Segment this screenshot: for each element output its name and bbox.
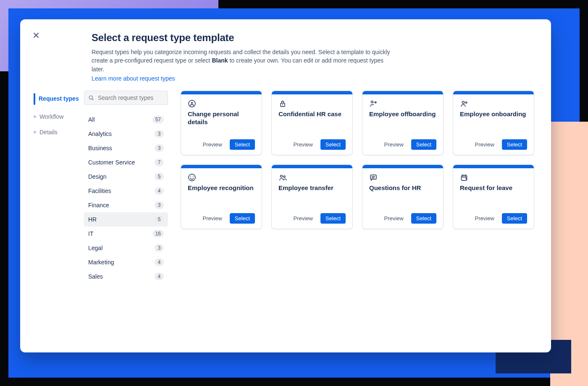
card-title: Employee onboarding [460, 110, 527, 118]
preview-button[interactable]: Preview [200, 141, 225, 148]
search-field[interactable] [84, 91, 168, 105]
category-count-badge: 4 [155, 187, 164, 195]
category-count-badge: 5 [155, 216, 164, 223]
select-button[interactable]: Select [411, 213, 436, 224]
card-title: Confidential HR case [278, 110, 346, 118]
category-label: Customer Service [88, 159, 135, 166]
preview-button[interactable]: Preview [382, 215, 406, 222]
category-business[interactable]: Business3 [84, 141, 168, 155]
card-actions: PreviewSelect [278, 139, 346, 150]
chat-icon [369, 173, 436, 183]
category-hr[interactable]: HR5 [84, 212, 168, 227]
category-label: Design [88, 173, 107, 180]
modal-panel: Select a request type template Request t… [20, 19, 551, 352]
page-description: Request types help you categorize incomi… [92, 48, 394, 73]
close-button[interactable] [32, 31, 40, 39]
category-count-badge: 4 [155, 273, 164, 280]
category-count-badge: 5 [155, 173, 164, 180]
category-all[interactable]: All57 [84, 112, 168, 127]
card-actions: PreviewSelect [460, 139, 527, 150]
modal-header: Select a request type template Request t… [92, 31, 394, 82]
category-label: All [88, 116, 95, 123]
card-title: Employee offboarding [369, 110, 436, 118]
category-label: HR [88, 216, 97, 223]
tab-label: Request types [39, 95, 79, 102]
card-title: Employee recognition [188, 184, 255, 192]
category-count-badge: 3 [155, 144, 164, 152]
category-label: Analytics [88, 130, 112, 137]
select-button[interactable]: Select [502, 213, 527, 224]
template-card: Employee transferPreviewSelect [271, 164, 353, 229]
category-count-badge: 3 [155, 201, 164, 209]
template-card: Employee onboardingPreviewSelect [453, 91, 534, 155]
tab-dot [34, 115, 36, 118]
category-label: Marketing [88, 259, 114, 266]
search-icon [88, 94, 94, 101]
tab-details[interactable]: Details [33, 127, 80, 138]
category-design[interactable]: Design5 [84, 170, 168, 184]
category-label: Facilities [88, 188, 111, 194]
people-icon [278, 173, 346, 183]
template-card: Questions for HRPreviewSelect [362, 164, 444, 229]
category-finance[interactable]: Finance3 [84, 198, 168, 212]
preview-button[interactable]: Preview [200, 215, 225, 222]
tab-label: Workflow [39, 113, 63, 120]
select-button[interactable]: Select [320, 213, 346, 224]
close-icon [33, 32, 39, 38]
select-button[interactable]: Select [502, 139, 527, 150]
card-actions: PreviewSelect [369, 139, 436, 150]
template-card: Employee recognitionPreviewSelect [181, 164, 262, 229]
preview-button[interactable]: Preview [291, 215, 315, 222]
learn-more-link[interactable]: Learn more about request types [92, 75, 175, 82]
category-count-badge: 3 [155, 244, 164, 252]
card-accent-stripe [362, 91, 443, 94]
category-it[interactable]: IT16 [84, 227, 168, 241]
card-actions: PreviewSelect [188, 213, 255, 224]
card-actions: PreviewSelect [278, 213, 346, 224]
preview-button[interactable]: Preview [472, 215, 497, 222]
card-accent-stripe [453, 91, 534, 94]
search-input[interactable] [97, 94, 164, 102]
select-button[interactable]: Select [230, 139, 255, 150]
card-accent-stripe [362, 165, 443, 168]
tab-label: Details [39, 129, 58, 136]
category-legal[interactable]: Legal3 [84, 241, 168, 255]
category-column: All57Analytics3Business3Customer Service… [80, 91, 176, 344]
page-title: Select a request type template [92, 32, 394, 44]
category-label: Sales [88, 273, 103, 280]
select-button[interactable]: Select [320, 139, 346, 150]
category-list: All57Analytics3Business3Customer Service… [84, 112, 168, 284]
select-button[interactable]: Select [230, 213, 255, 224]
category-sales[interactable]: Sales4 [84, 269, 168, 284]
category-facilities[interactable]: Facilities4 [84, 184, 168, 198]
category-customer-service[interactable]: Customer Service7 [84, 155, 168, 170]
preview-button[interactable]: Preview [291, 141, 315, 148]
category-count-badge: 7 [155, 159, 164, 166]
category-label: Finance [88, 202, 109, 209]
category-marketing[interactable]: Marketing4 [84, 255, 168, 269]
template-card: Request for leavePreviewSelect [453, 164, 534, 229]
category-analytics[interactable]: Analytics3 [84, 127, 168, 141]
preview-button[interactable]: Preview [382, 141, 406, 148]
card-title: Questions for HR [369, 184, 436, 192]
card-title: Employee transfer [278, 184, 346, 192]
card-accent-stripe [272, 165, 352, 168]
card-actions: PreviewSelect [460, 213, 527, 224]
category-label: Legal [88, 245, 102, 251]
template-card: Employee offboardingPreviewSelect [362, 91, 444, 155]
category-label: Business [88, 145, 112, 151]
preview-button[interactable]: Preview [472, 141, 497, 148]
tab-request-types[interactable]: Request types [33, 91, 80, 107]
person-exit-icon [369, 99, 436, 109]
calendar-icon [460, 173, 527, 183]
card-actions: PreviewSelect [188, 139, 255, 150]
card-accent-stripe [272, 91, 352, 94]
template-card: Change personal detailsPreviewSelect [181, 91, 262, 155]
category-count-badge: 3 [155, 130, 164, 138]
svg-point-0 [89, 96, 92, 99]
category-count-badge: 4 [155, 258, 164, 266]
template-grid: Change personal detailsPreviewSelectConf… [176, 91, 534, 344]
select-button[interactable]: Select [411, 139, 436, 150]
card-actions: PreviewSelect [369, 213, 436, 224]
tab-workflow[interactable]: Workflow [33, 112, 80, 122]
